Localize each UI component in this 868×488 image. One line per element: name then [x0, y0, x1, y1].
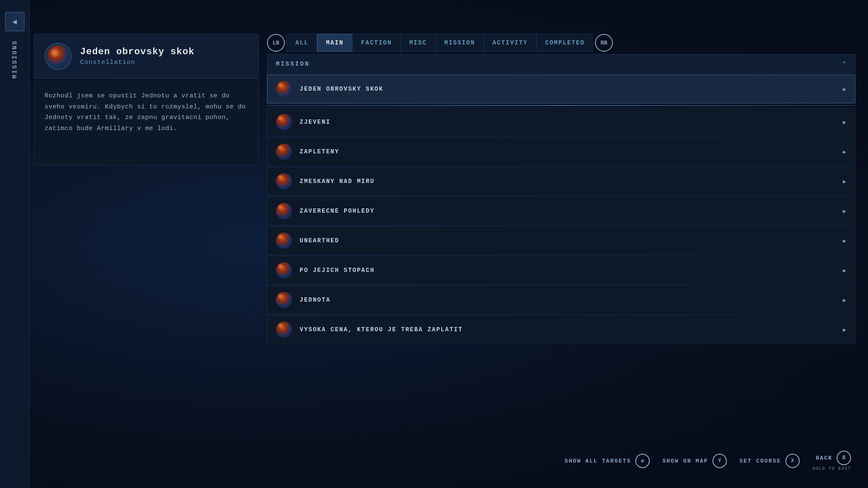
mission-list: ZJEVENI ▶ ZAPLETENY ▶ ZMESKANY NAD MIRU … [267, 108, 855, 344]
mission-subtitle: Constellation [80, 59, 248, 66]
rb-button[interactable]: RB [595, 34, 613, 52]
mission-item-name-5: PO JEJICH STOPACH [300, 267, 835, 274]
mission-icon [45, 43, 72, 70]
selected-mission-name: JEDEN OBROVSKY SKOK [300, 86, 835, 92]
selected-mission-icon [276, 81, 292, 97]
section-header-title: MISSION [276, 61, 310, 67]
show-all-targets-action[interactable]: SHOW ALL TARGETS ⊕ [565, 454, 650, 468]
right-panel: LB ALL MAIN FACTION MISC MISSION ACTIVIT… [267, 34, 855, 344]
sidebar-label: MISSIONS [11, 40, 18, 78]
mission-description: Rozhodl jsem se opustit Jednotu a vratit… [34, 80, 259, 165]
mission-item-1[interactable]: ZAPLETENY ▶ [267, 137, 855, 166]
tab-main[interactable]: MAIN [317, 34, 352, 52]
mission-item-icon-4 [276, 233, 292, 249]
mission-item-name-2: ZMESKANY NAD MIRU [300, 178, 835, 185]
mission-item-arrow-1: ▶ [843, 148, 846, 155]
show-all-targets-label: SHOW ALL TARGETS [565, 458, 631, 464]
mission-title: Jeden obrovsky skok [80, 47, 248, 57]
mission-item-arrow-4: ▶ [843, 237, 846, 244]
mission-item-name-7: VYSOKA CENA, KTEROU JE TREBA ZAPLATIT [300, 326, 835, 333]
mission-description-text: Rozhodl jsem se opustit Jednotu a vratit… [45, 91, 248, 134]
mission-item-name-4: UNEARTHED [300, 237, 835, 244]
set-course-action[interactable]: SET COURSE X [740, 454, 800, 468]
mission-item-icon-0 [276, 114, 292, 130]
mission-item-name-1: ZAPLETENY [300, 148, 835, 155]
mission-item-arrow-2: ▶ [843, 178, 846, 185]
back-button[interactable]: B [837, 451, 851, 465]
mission-header: Jeden obrovsky skok Constellation [34, 34, 259, 79]
mission-item-icon-6 [276, 292, 292, 308]
show-on-map-button[interactable]: Y [712, 454, 727, 468]
mission-item-icon-2 [276, 173, 292, 189]
tab-mission[interactable]: MISSION [435, 34, 484, 52]
mission-item-arrow-5: ▶ [843, 267, 846, 274]
mission-item-icon-7 [276, 322, 292, 338]
mission-item-arrow-6: ▶ [843, 297, 846, 304]
mission-item-0[interactable]: ZJEVENI ▶ [267, 108, 855, 136]
left-panel: Jeden obrovsky skok Constellation Rozhod… [34, 34, 259, 165]
set-course-button[interactable]: X [785, 454, 800, 468]
selected-mission-arrow: ▶ [843, 86, 846, 93]
bottom-bar: SHOW ALL TARGETS ⊕ SHOW ON MAP Y SET COU… [565, 451, 851, 471]
mission-title-block: Jeden obrovsky skok Constellation [80, 47, 248, 66]
mission-item-6[interactable]: JEDNOTA ▶ [267, 286, 855, 314]
mission-item-icon-3 [276, 203, 292, 219]
mission-item-2[interactable]: ZMESKANY NAD MIRU ▶ [267, 167, 855, 196]
tab-faction[interactable]: FACTION [352, 34, 401, 52]
show-on-map-label: SHOW ON MAP [662, 458, 708, 464]
sidebar-back-button[interactable] [5, 12, 25, 31]
tab-bar: LB ALL MAIN FACTION MISC MISSION ACTIVIT… [267, 34, 855, 52]
selected-mission-item[interactable]: JEDEN OBROVSKY SKOK ▶ [267, 75, 855, 103]
tab-misc[interactable]: MISC [401, 34, 436, 52]
mission-item-3[interactable]: ZAVERECNE POHLEDY ▶ [267, 197, 855, 225]
mission-item-name-6: JEDNOTA [300, 297, 835, 303]
section-header-arrow: ⌃ [842, 60, 846, 68]
mission-item-name-0: ZJEVENI [300, 119, 835, 125]
set-course-label: SET COURSE [740, 458, 781, 464]
show-all-targets-button[interactable]: ⊕ [635, 454, 650, 468]
mission-item-icon-5 [276, 262, 292, 278]
section-header: MISSION ⌃ [267, 54, 855, 74]
back-label: BACK [816, 455, 832, 461]
tab-activity[interactable]: ACTIVITY [484, 34, 536, 52]
mission-item-5[interactable]: PO JEJICH STOPACH ▶ [267, 256, 855, 285]
back-sublabel: HOLD TO EXIT [812, 466, 851, 471]
separator [267, 105, 855, 106]
mission-item-arrow-3: ▶ [843, 208, 846, 215]
mission-item-arrow-0: ▶ [843, 119, 846, 126]
mission-item-arrow-7: ▶ [843, 326, 846, 333]
tab-completed[interactable]: COMPLETED [536, 34, 593, 52]
sidebar: MISSIONS [0, 0, 30, 488]
mission-item-icon-1 [276, 144, 292, 160]
mission-item-name-3: ZAVERECNE POHLEDY [300, 208, 835, 214]
lb-button[interactable]: LB [267, 34, 285, 52]
mission-item-7[interactable]: VYSOKA CENA, KTEROU JE TREBA ZAPLATIT ▶ [267, 315, 855, 344]
show-on-map-action[interactable]: SHOW ON MAP Y [662, 454, 727, 468]
constellation-icon [47, 45, 69, 67]
back-section: BACK B HOLD TO EXIT [812, 451, 851, 471]
tab-all[interactable]: ALL [287, 34, 317, 52]
mission-item-4[interactable]: UNEARTHED ▶ [267, 226, 855, 255]
